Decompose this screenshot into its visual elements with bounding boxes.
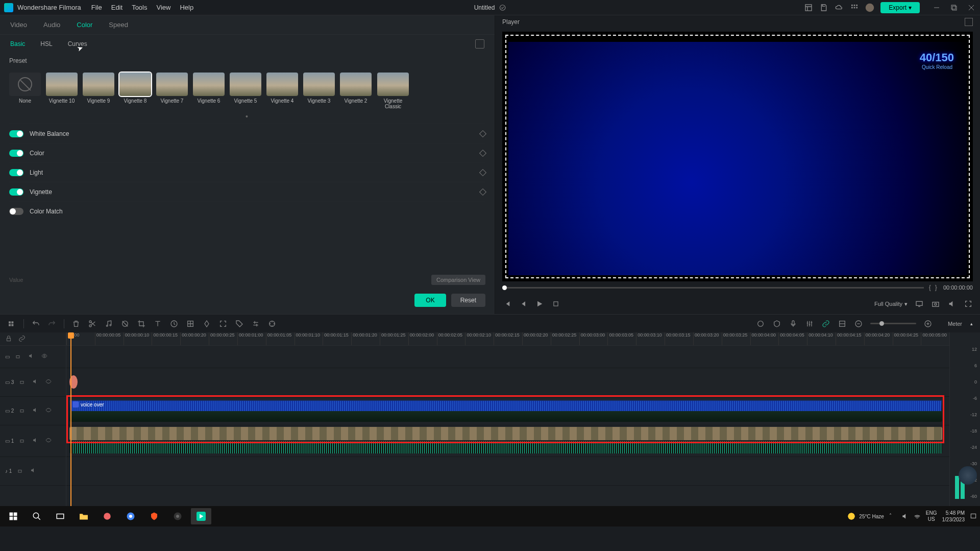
maximize-icon[interactable] — [949, 3, 959, 12]
track-lane-audio[interactable] — [66, 457, 949, 486]
fullscreen-icon[interactable] — [964, 299, 973, 308]
taskview-icon[interactable] — [50, 508, 70, 524]
volume-icon[interactable] — [947, 299, 957, 308]
subtab-hsl[interactable]: HSL — [40, 40, 52, 47]
explorer-icon[interactable] — [74, 508, 94, 524]
cloud-icon[interactable] — [835, 3, 844, 12]
keyframe-icon[interactable] — [202, 319, 211, 328]
mark-in-icon[interactable]: { — [929, 284, 931, 291]
safe-zone-icon[interactable] — [772, 319, 781, 328]
display-icon[interactable] — [915, 299, 924, 308]
assistant-badge-icon[interactable] — [959, 466, 977, 485]
tab-audio[interactable]: Audio — [43, 21, 60, 29]
keyframe-icon[interactable] — [479, 130, 486, 137]
adjustment-toggle[interactable] — [9, 188, 23, 196]
clock[interactable]: 5:48 PM 1/23/2023 — [942, 510, 965, 523]
menu-file[interactable]: File — [91, 4, 102, 11]
menu-edit[interactable]: Edit — [111, 4, 122, 11]
quality-select[interactable]: Full Quality▾ — [874, 301, 908, 307]
track-mute-icon[interactable] — [32, 378, 40, 387]
tab-color[interactable]: Color — [77, 21, 92, 29]
start-icon[interactable] — [3, 508, 23, 524]
keyframe-icon[interactable] — [479, 149, 486, 156]
track-lock-icon[interactable] — [17, 467, 25, 475]
track-mute-icon[interactable] — [28, 353, 36, 361]
lock-all-icon[interactable] — [5, 335, 13, 343]
track-mute-icon[interactable] — [30, 467, 38, 475]
adjustment-toggle[interactable] — [9, 208, 23, 215]
track-head-marker[interactable]: ▭ 3 — [0, 368, 66, 397]
track-visible-icon[interactable] — [45, 437, 54, 445]
chrome-icon[interactable] — [120, 508, 141, 524]
save-icon[interactable] — [819, 3, 828, 12]
tray-chevron-icon[interactable]: ˄ — [889, 513, 896, 520]
music-icon[interactable] — [104, 319, 113, 328]
adjustment-toggle[interactable] — [9, 130, 23, 137]
mark-out-icon[interactable]: } — [935, 284, 937, 291]
preset-item[interactable]: Vignette 8 — [119, 73, 151, 104]
keyframe-icon[interactable] — [479, 188, 486, 195]
track-head-voiceover[interactable]: ▭ 2 — [0, 397, 66, 425]
crop-icon[interactable] — [137, 319, 146, 328]
undo-icon[interactable] — [31, 319, 40, 328]
preset-item[interactable]: Vignette 10 — [46, 73, 78, 104]
account-avatar-icon[interactable] — [865, 3, 874, 12]
link-toggle-icon[interactable] — [18, 335, 27, 343]
delete-icon[interactable] — [71, 319, 81, 328]
snapshot-icon[interactable] — [931, 299, 940, 308]
track-head-video[interactable]: ▭ 1 — [0, 425, 66, 457]
brave-icon[interactable] — [144, 508, 164, 524]
subtab-basic[interactable]: Basic — [10, 40, 25, 47]
playhead[interactable] — [70, 332, 71, 506]
track-lane-overlay[interactable] — [66, 346, 949, 368]
adjustment-toggle[interactable] — [9, 169, 23, 176]
player-settings-icon[interactable] — [965, 18, 973, 26]
tab-video[interactable]: Video — [10, 21, 27, 29]
mask-icon[interactable] — [120, 319, 130, 328]
track-lane-video[interactable] — [66, 425, 949, 457]
redo-icon[interactable] — [47, 319, 57, 328]
marker-tool-icon[interactable] — [756, 319, 765, 328]
track-visible-icon[interactable] — [41, 353, 50, 361]
voiceover-clip[interactable]: voice over — [69, 400, 942, 422]
stop-icon[interactable] — [551, 299, 560, 308]
menu-tools[interactable]: Tools — [132, 4, 147, 11]
reset-button[interactable]: Reset — [451, 294, 485, 307]
scrub-track[interactable] — [502, 287, 924, 289]
step-back-icon[interactable] — [519, 299, 528, 308]
preset-item[interactable]: Vignette 5 — [230, 73, 261, 104]
grid-icon[interactable] — [838, 319, 847, 328]
minimize-icon[interactable] — [932, 3, 941, 12]
adjustment-toggle[interactable] — [9, 150, 23, 157]
preset-item[interactable]: Vignette Classic — [377, 73, 409, 109]
export-button[interactable]: Export ▾ — [880, 2, 920, 13]
paint-icon[interactable] — [97, 508, 117, 524]
track-visible-icon[interactable] — [45, 407, 54, 415]
cloud-sync-icon[interactable] — [499, 4, 506, 11]
player-viewport[interactable]: 40/150 Quick Reload — [502, 32, 973, 281]
preset-item[interactable]: Vignette 6 — [193, 73, 225, 104]
zoom-out-icon[interactable] — [854, 319, 863, 328]
zoom-in-icon[interactable] — [923, 319, 933, 328]
tab-speed[interactable]: Speed — [109, 21, 128, 29]
video-clip[interactable] — [69, 427, 942, 440]
link-icon[interactable] — [821, 319, 830, 328]
track-lane-voiceover[interactable]: voice over — [66, 397, 949, 425]
track-head-overlay[interactable]: ▭ — [0, 346, 66, 368]
time-ruler[interactable]: 00:0000:00:00:0500:00:00:1000:00:00:1500… — [66, 332, 949, 346]
text-icon[interactable] — [153, 319, 162, 328]
menu-help[interactable]: Help — [180, 4, 193, 11]
lang-indicator[interactable]: ENGUS — [926, 510, 937, 522]
mixer-icon[interactable] — [805, 319, 814, 328]
preset-item[interactable]: Vignette 9 — [83, 73, 114, 104]
track-lock-icon[interactable] — [19, 378, 27, 387]
track-mute-icon[interactable] — [32, 407, 40, 415]
render-icon[interactable] — [267, 319, 277, 328]
split-icon[interactable] — [88, 319, 97, 328]
comparison-view-button[interactable]: Comparison View — [431, 275, 485, 285]
speed-icon[interactable] — [169, 319, 179, 328]
keyframe-icon[interactable] — [479, 169, 486, 176]
obs-icon[interactable] — [167, 508, 188, 524]
track-lock-icon[interactable] — [19, 437, 27, 445]
color-icon[interactable] — [186, 319, 195, 328]
